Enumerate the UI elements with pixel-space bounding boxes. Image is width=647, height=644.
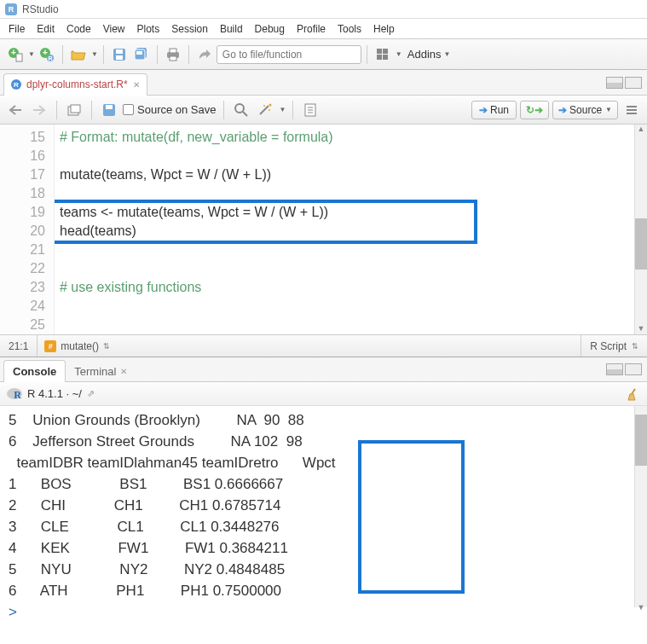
code-text[interactable]: # Format: mutate(df, new_variable = form… — [55, 125, 634, 334]
svg-text:+: + — [11, 48, 16, 57]
svg-rect-15 — [170, 56, 176, 61]
source-toolbar: Source on Save ▼ ➔ Run ↻➜ ➔ Source ▼ — [0, 96, 647, 125]
main-toolbar: + ▼ +R ▼ ▼ Addins ▼ — [0, 39, 647, 70]
cursor-position[interactable]: 21:1 — [0, 335, 38, 357]
checkbox-icon[interactable] — [123, 104, 134, 115]
clear-console-button[interactable] — [627, 387, 640, 401]
minimize-pane-button[interactable] — [606, 77, 623, 89]
find-button[interactable] — [231, 100, 251, 120]
menu-plots[interactable]: Plots — [137, 23, 160, 35]
run-button[interactable]: ➔ Run — [471, 101, 517, 119]
minimize-pane-button[interactable] — [606, 363, 623, 375]
go-to-button[interactable] — [194, 44, 215, 65]
line-number: 17 — [0, 165, 45, 184]
editor-tab[interactable]: R dplyr-columns-start.R* ✕ — [3, 73, 147, 96]
line-number: 21 — [0, 241, 45, 259]
dropdown-arrow-icon[interactable]: ▼ — [444, 50, 451, 58]
menu-view[interactable]: View — [103, 23, 125, 35]
console-scrollbar[interactable]: ▲ ▼ — [634, 406, 647, 607]
dropdown-arrow-icon[interactable]: ▼ — [28, 50, 35, 58]
scroll-thumb[interactable] — [635, 415, 647, 466]
line-number: 25 — [0, 316, 45, 334]
scope-navigator[interactable]: # mutate() ⇅ — [38, 340, 581, 352]
console-line: 5 NYU NY2 NY2 0.4848485 — [9, 561, 285, 577]
line-number: 19 — [0, 203, 45, 222]
menu-edit[interactable]: Edit — [37, 23, 55, 35]
console-popout-icon[interactable]: ⇗ — [87, 388, 95, 399]
folder-open-icon — [71, 48, 86, 61]
new-project-button[interactable]: +R — [37, 44, 57, 65]
dropdown-arrow-icon[interactable]: ▼ — [396, 50, 402, 58]
console-line: 3 CLE CL1 CL1 0.3448276 — [9, 519, 280, 535]
grid-icon — [377, 49, 388, 60]
rerun-button[interactable]: ↻➜ — [520, 101, 549, 119]
source-button[interactable]: ➔ Source ▼ — [552, 101, 618, 119]
save-source-button[interactable] — [99, 100, 119, 120]
arrow-share-icon — [198, 49, 211, 61]
updown-icon: ⇅ — [103, 342, 110, 351]
menu-help[interactable]: Help — [373, 23, 395, 35]
console-line: 6 Jefferson Street Grounds NA 102 98 — [9, 433, 303, 450]
console-output[interactable]: 5 Union Grounds (Brooklyn) NA 90 88 6 Je… — [0, 406, 647, 607]
scroll-up-icon[interactable]: ▲ — [635, 125, 647, 135]
terminal-tab[interactable]: Terminal ✕ — [66, 360, 136, 382]
menu-code[interactable]: Code — [66, 23, 91, 35]
open-file-button[interactable] — [68, 44, 89, 65]
arrow-right-icon — [32, 104, 47, 116]
rerun-icon: ↻➜ — [526, 104, 543, 116]
editor-tab-name: dplyr-columns-start.R* — [26, 78, 128, 90]
save-icon — [113, 48, 126, 61]
maximize-pane-button[interactable] — [625, 363, 642, 375]
scroll-down-icon[interactable]: ▼ — [635, 597, 647, 607]
scroll-thumb[interactable] — [635, 218, 647, 270]
close-tab-icon[interactable]: ✕ — [120, 367, 127, 376]
close-tab-icon[interactable]: ✕ — [133, 80, 140, 90]
save-button[interactable] — [109, 44, 130, 65]
nav-back-button[interactable] — [5, 100, 26, 120]
code-line: # Format: mutate(df, new_variable = form… — [60, 130, 333, 144]
nav-forward-button[interactable] — [29, 100, 49, 120]
source-editor[interactable]: 15 16 17 18 19 20 21 22 23 24 25 # Forma… — [0, 125, 647, 334]
dropdown-arrow-icon[interactable]: ▼ — [280, 106, 286, 113]
editor-scrollbar[interactable]: ▲ ▼ — [634, 125, 647, 334]
console-line: 4 KEK FW1 FW1 0.3684211 — [9, 540, 288, 556]
menu-build[interactable]: Build — [220, 23, 243, 35]
outline-button[interactable] — [621, 100, 642, 120]
svg-point-20 — [235, 104, 244, 113]
menu-profile[interactable]: Profile — [297, 23, 326, 35]
dropdown-arrow-icon[interactable]: ▼ — [91, 50, 98, 58]
print-button[interactable] — [163, 44, 183, 65]
new-file-button[interactable]: + — [5, 44, 26, 65]
arrow-left-icon — [8, 104, 23, 116]
show-in-new-window-button[interactable] — [64, 100, 84, 120]
maximize-pane-button[interactable] — [625, 77, 642, 89]
menu-tools[interactable]: Tools — [338, 23, 361, 35]
scope-label: mutate() — [61, 340, 99, 352]
menu-session[interactable]: Session — [171, 23, 208, 35]
console-line: teamIDBR teamIDlahman45 teamIDretro Wpct — [9, 455, 336, 471]
svg-line-22 — [260, 106, 269, 114]
language-mode[interactable]: R Script ⇅ — [581, 335, 647, 357]
console-tab[interactable]: Console — [3, 360, 66, 382]
new-project-icon: +R — [39, 47, 55, 62]
menu-debug[interactable]: Debug — [255, 23, 285, 35]
line-number: 15 — [0, 128, 45, 147]
addins-label[interactable]: Addins — [407, 48, 442, 61]
line-number: 23 — [0, 278, 45, 297]
workspace-panes-button[interactable] — [373, 44, 393, 65]
console-prompt[interactable]: > — [9, 604, 21, 620]
r-version-label[interactable]: R 4.1.1 · ~/ — [27, 387, 82, 400]
svg-rect-14 — [170, 49, 176, 53]
language-label: R Script — [590, 340, 627, 352]
code-tools-button[interactable] — [255, 100, 275, 120]
compile-report-button[interactable] — [300, 100, 321, 120]
menu-file[interactable]: File — [9, 23, 25, 35]
source-arrow-icon: ➔ — [558, 104, 567, 116]
svg-line-21 — [243, 112, 247, 116]
broom-icon — [627, 387, 640, 401]
goto-file-input[interactable] — [217, 45, 361, 64]
pane-controls — [606, 363, 647, 375]
scroll-down-icon[interactable]: ▼ — [635, 324, 647, 334]
save-all-button[interactable] — [131, 44, 152, 65]
source-on-save-toggle[interactable]: Source on Save — [123, 103, 217, 116]
